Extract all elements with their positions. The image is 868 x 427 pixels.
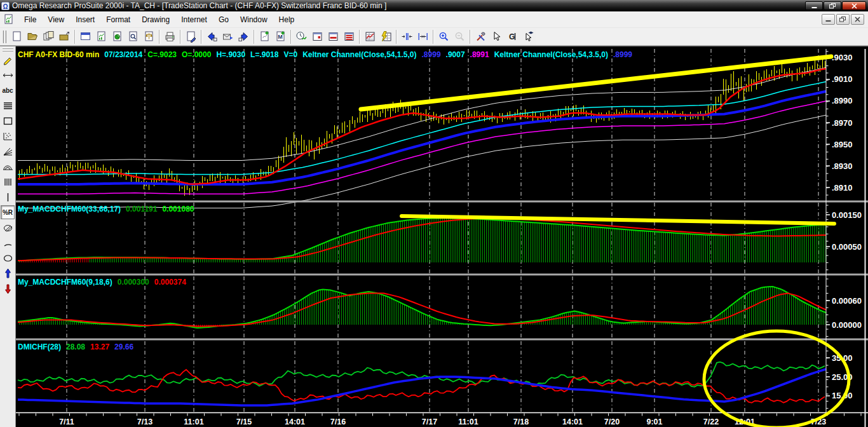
workspace-stack-button[interactable] bbox=[41, 29, 57, 44]
dmi-pane-header: DMICHF(28)28.0813.2729.66 bbox=[18, 342, 133, 351]
price-header-segment: L=.9018 bbox=[250, 50, 278, 59]
pencil-tool[interactable] bbox=[1, 53, 15, 67]
menubar: FileViewInsertFormatDrawingInternetGoWin… bbox=[0, 11, 868, 28]
restore-button[interactable] bbox=[824, 1, 841, 10]
send-mail-button[interactable] bbox=[220, 29, 236, 44]
vertical-lines-tool[interactable] bbox=[1, 175, 15, 189]
open-workspace-button[interactable] bbox=[25, 29, 41, 44]
titlebar: Ω Omega Research ProSuite 2000i - TA_CH … bbox=[0, 0, 868, 11]
menu-view[interactable]: View bbox=[42, 12, 70, 27]
time-axis-label: 11:01 bbox=[458, 417, 478, 426]
arrow-down-tool[interactable] bbox=[1, 281, 15, 295]
menu-format[interactable]: Format bbox=[100, 12, 136, 27]
page-setup-button[interactable] bbox=[183, 29, 199, 44]
mdi-close-button[interactable] bbox=[851, 14, 864, 25]
menu-window[interactable]: Window bbox=[234, 12, 273, 27]
pointer-button[interactable] bbox=[489, 29, 505, 44]
mdi-minimize-button[interactable] bbox=[822, 14, 835, 25]
pane-separator[interactable] bbox=[16, 274, 868, 276]
daily-interval-button[interactable] bbox=[309, 29, 325, 44]
format-tools-button[interactable] bbox=[473, 29, 489, 44]
zoom-in-button[interactable] bbox=[436, 29, 452, 44]
chart-canvas[interactable]: .9030.9010.8990.8970.8950.8930.89100.001… bbox=[0, 46, 868, 427]
power-matrix-button[interactable] bbox=[378, 29, 394, 44]
insert-analysis-button[interactable]: M bbox=[273, 29, 288, 44]
forward-button[interactable] bbox=[236, 29, 252, 44]
zoom-report-button[interactable] bbox=[125, 29, 141, 44]
menu-internet[interactable]: Internet bbox=[175, 12, 213, 27]
drawing-toolbar-grip[interactable] bbox=[3, 48, 13, 49]
monthly-interval-button[interactable] bbox=[341, 29, 357, 44]
macd-slow-pane-header: My_MACDCHFM60(33,66,17)0.0011910.001080 bbox=[18, 205, 194, 214]
drawing-toolbar-grip[interactable] bbox=[3, 50, 13, 51]
vertical-line-tool[interactable] bbox=[1, 190, 15, 204]
time-axis-label: 7/17 bbox=[422, 417, 437, 426]
dmi-header-segment: 28.08 bbox=[66, 342, 85, 351]
price-header-segment: O=.0000 bbox=[182, 50, 211, 59]
menu-file[interactable]: File bbox=[18, 12, 42, 27]
print-button[interactable] bbox=[162, 29, 178, 44]
text-tool[interactable]: abc bbox=[1, 83, 15, 97]
app-icon[interactable]: Ω bbox=[1, 2, 10, 10]
menu-insert[interactable]: Insert bbox=[70, 12, 100, 27]
gann-fan-tool[interactable] bbox=[1, 129, 15, 143]
back-button[interactable] bbox=[204, 29, 220, 44]
quote-monitor-button[interactable] bbox=[294, 29, 309, 44]
zoom-out-button[interactable] bbox=[452, 29, 468, 44]
dmi-header-segment: DMICHF(28) bbox=[18, 342, 61, 351]
close-button[interactable] bbox=[842, 1, 866, 10]
time-axis-label: 7/18 bbox=[513, 417, 529, 426]
price-header-segment: 07/23/2014 bbox=[104, 50, 142, 59]
toolbar-separator bbox=[254, 30, 255, 44]
price-axis-label: .9010 bbox=[832, 74, 853, 84]
decrease-bar-spacing-button[interactable] bbox=[399, 29, 415, 44]
arc-tool[interactable] bbox=[1, 236, 15, 250]
price-axis-label: .9030 bbox=[832, 53, 853, 62]
trend-fan-tool[interactable] bbox=[1, 144, 15, 158]
extend-horizontal-tool[interactable] bbox=[1, 68, 15, 82]
toolbar-separator bbox=[359, 30, 360, 44]
toolbar-separator bbox=[74, 30, 76, 44]
time-axis-label: 7/16 bbox=[330, 417, 346, 426]
new-workspace-button[interactable] bbox=[9, 29, 25, 44]
symbol-scales-button[interactable] bbox=[141, 29, 157, 44]
menu-drawing[interactable]: Drawing bbox=[136, 12, 175, 27]
percent-r-tool[interactable]: %R bbox=[1, 205, 15, 219]
slashed-ellipse-tool[interactable] bbox=[1, 220, 15, 234]
time-axis-label: 14:01 bbox=[285, 417, 305, 426]
horizontal-lines-tool[interactable] bbox=[1, 98, 15, 112]
pane-separator[interactable] bbox=[16, 201, 868, 203]
time-axis-label: 7/13 bbox=[137, 417, 153, 426]
menu-help[interactable]: Help bbox=[273, 12, 301, 27]
macd-slow-axis-label: 0.00150 bbox=[832, 210, 862, 220]
rectangle-tool[interactable] bbox=[1, 114, 15, 128]
insert-chart-button[interactable] bbox=[257, 29, 273, 44]
weekly-interval-button[interactable] bbox=[325, 29, 341, 44]
price-header-segment: V=0 bbox=[283, 50, 297, 59]
expert-commentary-button[interactable] bbox=[520, 29, 536, 44]
increase-bar-spacing-button[interactable] bbox=[415, 29, 431, 44]
arrow-up-tool[interactable] bbox=[1, 266, 15, 280]
menu-go[interactable]: Go bbox=[213, 12, 234, 27]
cycle-arcs-tool[interactable] bbox=[1, 159, 15, 173]
time-axis-label: 7/20 bbox=[604, 417, 620, 426]
pie-analysis-button[interactable] bbox=[109, 29, 125, 44]
minimize-button[interactable] bbox=[805, 1, 823, 10]
global-server-button[interactable]: G bbox=[505, 29, 520, 44]
main-toolbar: MG bbox=[0, 28, 868, 46]
macd-fast-axis-label: 0.00000 bbox=[832, 320, 862, 330]
price-axis-label: .8910 bbox=[832, 183, 853, 193]
chart-document-icon[interactable] bbox=[3, 13, 15, 25]
mdi-restore-button[interactable] bbox=[836, 14, 850, 25]
data-window-button[interactable] bbox=[362, 29, 378, 44]
menu-items: FileViewInsertFormatDrawingInternetGoWin… bbox=[18, 12, 300, 27]
save-workspace-button[interactable] bbox=[57, 29, 72, 44]
format-window-button[interactable] bbox=[78, 29, 93, 44]
ellipse-tool[interactable] bbox=[1, 251, 15, 265]
price-axis-label: .8970 bbox=[832, 118, 853, 128]
price-header-segment: C=.9023 bbox=[147, 50, 177, 59]
toolbar-grip[interactable] bbox=[3, 30, 6, 43]
macd-fast-header-segment: My_MACDCHFM60(9,18,6) bbox=[18, 278, 112, 287]
chart-analysis-button[interactable] bbox=[93, 29, 109, 44]
time-axis-label: 14:01 bbox=[562, 417, 583, 426]
